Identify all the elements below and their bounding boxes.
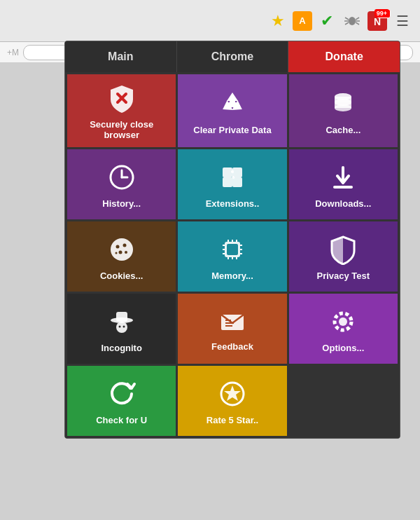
tile-securely-close[interactable]: Securely close browser xyxy=(67,74,176,147)
svg-marker-56 xyxy=(224,385,241,401)
tile-label: Feedback xyxy=(211,341,253,352)
svg-point-47 xyxy=(118,325,120,327)
svg-rect-31 xyxy=(227,244,238,255)
menu-icon[interactable]: ☰ xyxy=(392,11,413,32)
svg-point-26 xyxy=(122,243,126,247)
svg-point-29 xyxy=(115,252,117,254)
tab-chrome[interactable]: Chrome xyxy=(177,41,289,72)
browser-toolbar: ★ A ✔ N 99+ ☰ xyxy=(0,0,420,42)
tile-clear-private[interactable]: Clear Private Data xyxy=(178,74,286,147)
tile-label: Clear Private Data xyxy=(193,125,271,135)
tile-label: Options... xyxy=(322,343,364,353)
cookie-icon xyxy=(106,234,137,265)
check-icon[interactable]: ✔ xyxy=(316,11,337,32)
tile-cache[interactable]: Cache... xyxy=(289,74,398,147)
shield-half-icon xyxy=(328,234,358,265)
tile-label: Downloads... xyxy=(315,198,371,209)
chip-icon xyxy=(217,234,248,265)
svg-line-1 xyxy=(345,18,349,20)
norton-icon[interactable]: N 99+ xyxy=(367,11,388,32)
gear-icon xyxy=(328,306,358,337)
tile-label: Securely close browser xyxy=(73,119,170,140)
tile-label: Rate 5 Star.. xyxy=(206,415,258,425)
recycle-icon xyxy=(217,88,248,119)
tile-downloads[interactable]: Downloads... xyxy=(289,149,398,219)
tile-check-update[interactable]: Check for U xyxy=(67,366,176,436)
svg-point-48 xyxy=(122,325,125,327)
tile-cookies[interactable]: Cookies... xyxy=(67,221,176,292)
svg-point-15 xyxy=(335,104,351,111)
svg-point-0 xyxy=(349,17,356,25)
svg-rect-22 xyxy=(232,177,242,187)
amazon-icon[interactable]: A xyxy=(293,11,312,31)
popup-panel: Main Chrome Donate Securely close browse… xyxy=(64,41,400,439)
tile-history[interactable]: History... xyxy=(67,149,176,219)
tab-donate[interactable]: Donate xyxy=(288,41,400,72)
svg-point-25 xyxy=(115,245,119,248)
database-icon xyxy=(328,88,358,119)
svg-rect-19 xyxy=(223,167,232,177)
tile-label: Cache... xyxy=(326,125,360,135)
svg-point-53 xyxy=(339,317,347,326)
tile-extensions[interactable]: Extensions.. xyxy=(178,149,286,219)
refresh-icon xyxy=(106,378,137,409)
shield-x-icon xyxy=(106,83,137,114)
svg-rect-45 xyxy=(116,312,127,322)
svg-rect-20 xyxy=(232,167,242,177)
tab-bar: Main Chrome Donate xyxy=(65,41,400,72)
tab-main[interactable]: Main xyxy=(65,41,177,72)
cowboy-icon xyxy=(106,306,137,337)
tile-label: Incognito xyxy=(101,343,142,353)
clock-icon xyxy=(106,162,137,193)
svg-line-3 xyxy=(345,22,349,25)
star-badge-icon xyxy=(217,378,248,409)
tile-label: Check for U xyxy=(96,415,147,425)
svg-line-6 xyxy=(356,22,359,25)
svg-rect-21 xyxy=(223,177,232,187)
star-icon[interactable]: ★ xyxy=(267,11,288,32)
tile-label: Extensions.. xyxy=(206,198,260,209)
svg-line-4 xyxy=(356,18,359,20)
tile-label: Cookies... xyxy=(100,271,143,281)
tile-label: Memory... xyxy=(211,271,253,281)
tile-label: Privacy Test xyxy=(317,271,370,281)
tile-privacy-test[interactable]: Privacy Test xyxy=(289,221,398,292)
tiles-grid: Securely close browser Clear Private Dat… xyxy=(65,72,400,438)
download-icon xyxy=(328,162,358,193)
svg-point-28 xyxy=(125,251,127,254)
puzzle-icon xyxy=(217,162,248,193)
svg-point-46 xyxy=(116,322,127,333)
tile-feedback[interactable]: Feedback xyxy=(178,294,286,364)
tile-memory[interactable]: Memory... xyxy=(178,221,286,292)
envelope-icon xyxy=(218,308,246,336)
svg-point-24 xyxy=(111,238,133,261)
tile-incognito[interactable]: Incognito xyxy=(67,294,176,364)
spider-icon[interactable] xyxy=(342,11,363,32)
svg-point-27 xyxy=(118,250,122,254)
tile-options[interactable]: Options... xyxy=(289,294,398,364)
tile-label: History... xyxy=(102,198,141,209)
tile-rate-stars[interactable]: Rate 5 Star.. xyxy=(178,366,286,436)
